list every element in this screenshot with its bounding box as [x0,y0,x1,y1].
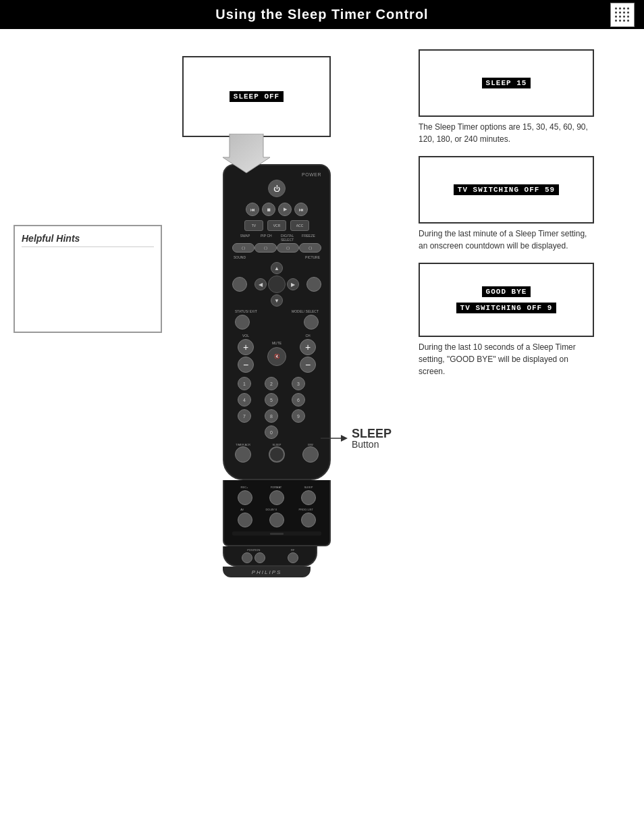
format-label: FORMAT [271,486,282,489]
hint-text-1: The Sleep Timer options are 15, 30, 45, … [419,121,594,145]
btn-9[interactable]: 9 [292,409,305,423]
vol-label: VOL [242,334,249,338]
right-screen-1-text: SLEEP 15 [482,78,531,88]
position-label: POSITION [247,548,260,552]
acc-button[interactable]: ACC [290,220,309,231]
rf-button[interactable] [288,552,298,563]
page-header: Using the Sleep Timer Control [0,0,644,29]
helpful-hints-box: Helpful Hints [14,225,162,333]
tv-button[interactable]: TV [244,220,263,231]
btn-4[interactable]: 4 [238,393,251,407]
fast-forward-button[interactable]: ⏭ [294,203,308,216]
picture-label: PICTURE [305,255,320,259]
vol-ch-row: VOL + − MUTE 🔇 CH + − [232,334,321,373]
swap-label: SWAP [235,234,255,242]
dolby-label: DOLBY II [265,508,277,511]
transport-row: ⏮ ⏹ ▶ ⏭ [232,203,321,216]
sound-label: SOUND [234,255,246,259]
arrow-down-graphic [223,134,270,177]
nav-up-button[interactable]: ▲ [271,262,283,274]
ch-label: CH [305,334,310,338]
sleep-label-bottom: SLEEP [304,486,313,489]
stop-button[interactable]: ⏹ [262,203,275,216]
remote-base: POSITION RF [223,546,317,567]
pip-button[interactable]: ( ) [254,243,277,253]
mute-label: MUTE [272,341,281,345]
sleep-callout-sublabel: Button [352,440,392,449]
play-button[interactable]: ▶ [278,203,292,216]
sound-button[interactable] [232,277,247,292]
helpful-hints-title: Helpful Hints [22,233,154,247]
nav-down-button[interactable]: ▼ [271,294,283,307]
rewind-button[interactable]: ⏮ [246,203,259,216]
btn-0[interactable]: 0 [265,425,278,439]
vol-up-button[interactable]: + [238,339,254,355]
remote-control: POWER ⏻ ⏮ ⏹ ▶ ⏭ TV VCR [223,164,331,577]
digital-button[interactable]: ( ) [277,243,299,253]
right-screen-2: TV SWITCHING OFF 59 [419,156,594,224]
av-button[interactable] [238,513,252,527]
btn-3[interactable]: 3 [292,377,305,390]
btn-1[interactable]: 1 [238,377,251,390]
bw-button[interactable] [302,446,319,463]
number-pad: 1 2 3 4 5 6 7 8 9 0 [232,377,321,439]
brand-logo: PHILIPS [252,569,282,575]
remote-bottom-panel: REC+ FORMAT SLEEP AV DOLBY II PROG LIST [223,480,331,546]
svg-marker-1 [341,435,348,442]
format-button[interactable] [269,490,284,505]
hint-text-2: During the last minute of a Sleep Timer … [419,228,594,252]
av-label: AV [240,508,244,511]
right-screen-2-text: TV SWITCHING OFF 59 [454,184,559,195]
prog-list-button[interactable] [301,513,316,527]
btn-8[interactable]: 8 [265,409,278,423]
position-left-button[interactable] [242,552,252,563]
rec-button[interactable] [238,490,252,505]
btn-5[interactable]: 5 [265,393,278,407]
rec-label: REC+ [241,486,248,489]
right-panel: SLEEP 15 The Sleep Timer options are 15,… [419,49,594,377]
hint-text-3: During the last 10 seconds of a Sleep Ti… [419,341,594,377]
rf-label: RF [291,548,294,552]
status-exit-button[interactable] [235,315,250,330]
btn-2[interactable]: 2 [265,377,278,390]
sleep-callout-label: SLEEP [352,427,392,440]
top-screen-text: SLEEP OFF [230,91,284,102]
top-screen-wrapper: SLEEP OFF [176,49,331,137]
swap-button[interactable]: ( ) [232,243,254,253]
picture-button[interactable] [306,277,321,292]
btn-6[interactable]: 6 [292,393,305,407]
nav-left-button[interactable]: ◀ [254,278,267,290]
mute-button[interactable]: 🔇 [267,347,286,366]
freeze-button[interactable]: ( ) [299,243,321,253]
dolby-button[interactable] [269,513,284,527]
page-title: Using the Sleep Timer Control [215,7,428,22]
dots-grid-icon [615,7,630,22]
ch-up-button[interactable]: + [300,339,316,355]
model-select-label: MODEL/ SELECT [292,309,319,313]
nav-right-button[interactable]: ▶ [287,278,299,290]
freeze-label: FREEZE [298,234,319,242]
position-right-button[interactable] [254,552,265,563]
top-screen-box: SLEEP OFF [182,56,331,137]
vol-down-button[interactable]: − [238,357,254,373]
sleep-button[interactable] [269,446,285,463]
right-screen-3-text-2: TV SWITCHING OFF 9 [456,303,557,313]
remote-foot: PHILIPS [223,567,311,577]
remote-body: POWER ⏻ ⏮ ⏹ ▶ ⏭ TV VCR [223,164,331,480]
ch-down-button[interactable]: − [300,357,316,373]
nav-ok-button[interactable] [268,276,286,293]
header-icon [610,3,635,27]
model-select-button[interactable] [304,315,319,330]
pip-ch-label: PIP CH [256,234,276,242]
right-screen-3-text-1: GOOD BYE [482,286,531,297]
status-exit-label: STATUS/ EXIT [235,309,257,313]
btn-7[interactable]: 7 [238,409,251,423]
right-screen-3: GOOD BYE TV SWITCHING OFF 9 [419,263,594,337]
labels-row: SWAP PIP CH DIGITAL SELECT FREEZE [232,234,321,242]
sleep-button-callout: SLEEP Button [321,427,392,449]
sleep-bottom-button[interactable] [301,490,316,505]
power-button[interactable]: ⏻ [268,180,286,197]
prog-list-label: PROG LIST [299,508,313,511]
vcr-button[interactable]: VCR [267,220,286,231]
timer-acr-button[interactable] [235,446,251,463]
